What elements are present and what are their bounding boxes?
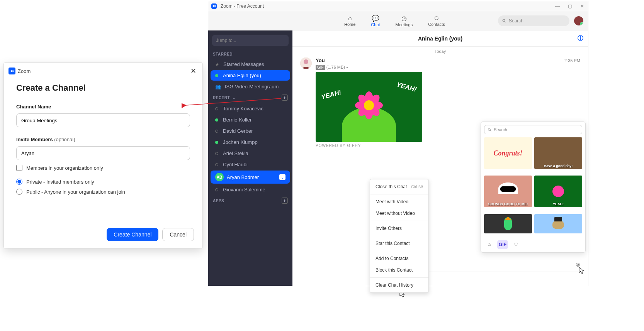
channel-name-input[interactable] <box>16 113 190 127</box>
svg-point-3 <box>304 59 308 64</box>
gif-search-placeholder: Search <box>494 127 507 132</box>
sidebar-item-label: David Gerber <box>223 128 253 134</box>
sidebar-item-label: Cyril Häubi <box>223 162 248 167</box>
jump-placeholder: Jump to... <box>216 38 236 43</box>
sidebar-item-recent[interactable]: Jochen Klumpp <box>211 137 290 147</box>
private-radio[interactable] <box>16 179 22 185</box>
user-avatar[interactable] <box>574 16 583 25</box>
ctx-meet-video[interactable]: Meet with Video <box>370 196 428 208</box>
gif-size: (1.76 MB) <box>326 65 345 69</box>
chat-icon: 💬 <box>372 15 379 22</box>
chat-area: Anina Eglin (you) ⓘ Today You 2:35 PM GI… <box>292 30 588 286</box>
sidebar-item-recent[interactable]: Giovanni Salemme <box>211 184 290 195</box>
ctx-meet-novideo[interactable]: Meet without Video <box>370 208 428 219</box>
sidebar-item-recent[interactable]: Ariel Stekla <box>211 148 290 159</box>
gif-result[interactable]: SOUNDS GOOD TO ME! <box>484 176 532 207</box>
sidebar-item-recent[interactable]: Cyril Häubi <box>211 159 290 170</box>
public-radio[interactable] <box>16 189 22 195</box>
sidebar-item-recent[interactable]: David Gerber <box>211 126 290 136</box>
ctx-star[interactable]: Star this Contact <box>370 238 428 249</box>
top-navigation: ⌂ Home 💬 Chat ◷ Meetings ☺ Contacts Sear… <box>208 11 588 30</box>
svg-line-5 <box>490 130 491 131</box>
sidebar-item-label: ISG Video-Meetingraum <box>225 84 279 90</box>
sidebar-item-label: Starred Messages <box>223 61 264 67</box>
add-app-button[interactable]: + <box>282 198 288 204</box>
nav-chat[interactable]: 💬 Chat <box>371 15 380 27</box>
org-only-checkbox[interactable] <box>16 165 22 171</box>
clock-icon: ◷ <box>401 15 407 22</box>
channel-name-label: Channel Name <box>16 104 190 110</box>
window-close-button[interactable]: ✕ <box>579 3 585 9</box>
window-maximize-button[interactable]: ▢ <box>567 3 573 9</box>
gif-result[interactable]: Have a good day! <box>534 137 582 169</box>
search-input[interactable]: Search <box>498 15 569 26</box>
public-radio-row[interactable]: Public - Anyone in your organization can… <box>16 189 190 195</box>
svg-point-4 <box>488 128 491 130</box>
gif-text: YEAH! <box>396 81 417 93</box>
sidebar-item-starred-messages[interactable]: ★ Starred Messages <box>211 59 290 69</box>
gif-result[interactable]: YEAH! <box>534 176 582 207</box>
sidebar-item-recent[interactable]: Bernie Koller <box>211 115 290 125</box>
heart-tab[interactable]: ♡ <box>510 240 521 249</box>
ctx-invite[interactable]: Invite Others <box>370 223 428 234</box>
gif-badge: GIF <box>316 65 325 70</box>
chat-header: Anina Eglin (you) ⓘ <box>292 30 588 47</box>
window-minimize-button[interactable]: — <box>555 3 560 9</box>
svg-point-0 <box>503 19 505 22</box>
jump-to-input[interactable]: Jump to... <box>212 35 289 46</box>
org-only-checkbox-row[interactable]: Members in your organization only <box>16 165 190 171</box>
contacts-icon: ☺ <box>433 15 440 22</box>
search-icon <box>502 19 506 23</box>
chevron-down-icon[interactable]: ⌄ <box>279 174 285 180</box>
invite-members-input[interactable] <box>16 146 190 160</box>
presence-indicator <box>215 118 218 122</box>
nav-contacts-label: Contacts <box>428 22 445 27</box>
gif-tab[interactable]: GIF <box>497 240 508 249</box>
chat-title: Anina Eglin (you) <box>418 35 462 42</box>
cancel-button[interactable]: Cancel <box>162 228 194 241</box>
apps-header[interactable]: APPS + <box>208 195 292 206</box>
sidebar-item-aryan[interactable]: AB Aryan Bodmer ⌄ <box>211 171 290 184</box>
private-radio-row[interactable]: Private - Invited members only <box>16 179 190 185</box>
recent-header[interactable]: RECENT ⌄ + <box>208 92 292 103</box>
dialog-titlebar: Zoom ✕ <box>4 63 202 79</box>
avatar-initials: AB <box>215 173 224 181</box>
ctx-block[interactable]: Block this Contact <box>370 264 428 276</box>
gif-result[interactable] <box>534 214 582 233</box>
gif-result[interactable] <box>484 214 532 233</box>
search-icon <box>488 128 492 132</box>
zoom-logo-icon <box>8 68 15 74</box>
dialog-close-button[interactable]: ✕ <box>189 67 198 75</box>
nav-contacts[interactable]: ☺ Contacts <box>428 15 445 27</box>
window-titlebar: Zoom - Free Account — ▢ ✕ <box>208 1 588 11</box>
add-channel-button[interactable]: + <box>282 95 288 101</box>
ctx-clear[interactable]: Clear Chat History <box>370 279 428 291</box>
home-icon: ⌂ <box>348 15 352 22</box>
nav-meetings[interactable]: ◷ Meetings <box>396 15 413 27</box>
org-only-label: Members in your organization only <box>26 165 103 171</box>
zoom-main-window: Zoom - Free Account — ▢ ✕ ⌂ Home 💬 Chat … <box>208 1 588 286</box>
sidebar-item-label: Ariel Stekla <box>223 150 248 156</box>
info-icon[interactable]: ⓘ <box>578 35 583 42</box>
gif-attachment[interactable]: YEAH! YEAH! <box>316 72 422 142</box>
star-icon: ★ <box>215 62 219 67</box>
dialog-heading: Create a Channel <box>16 83 190 93</box>
sidebar-item-recent[interactable]: Tommy Kovacevic <box>211 103 290 114</box>
nav-meetings-label: Meetings <box>396 22 413 27</box>
gif-search-input[interactable]: Search <box>484 125 582 134</box>
sidebar-item-isg[interactable]: 👥 ISG Video-Meetingraum <box>211 81 290 92</box>
zoom-logo-icon <box>211 3 217 9</box>
emoji-tab[interactable]: ☺ <box>484 240 495 249</box>
chevron-down-icon[interactable]: ▾ <box>345 65 348 69</box>
ctx-close-chat[interactable]: Close this ChatCtrl+W <box>370 181 428 193</box>
create-channel-dialog: Zoom ✕ Create a Channel Channel Name Inv… <box>3 62 203 248</box>
date-separator: Today <box>292 47 588 56</box>
window-title: Zoom - Free Account <box>221 3 264 9</box>
presence-indicator <box>215 74 218 77</box>
create-channel-button[interactable]: Create Channel <box>107 228 158 241</box>
ctx-add[interactable]: Add to Contacts <box>370 253 428 264</box>
sidebar-item-self[interactable]: Anina Eglin (you) <box>211 70 290 81</box>
nav-home[interactable]: ⌂ Home <box>344 15 355 27</box>
gif-result[interactable]: Congrats! <box>484 137 532 169</box>
presence-indicator <box>215 141 218 144</box>
